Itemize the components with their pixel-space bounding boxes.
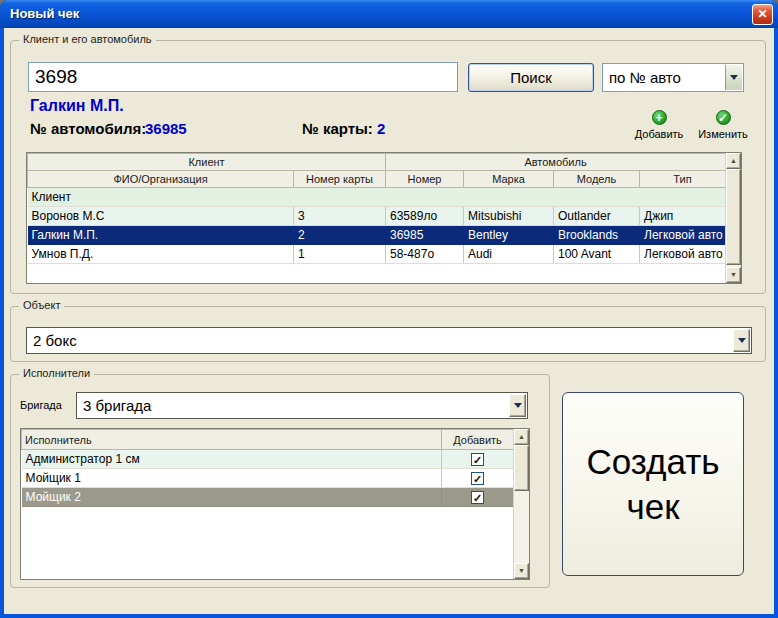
scroll-down-button[interactable]: ▼ (514, 563, 529, 579)
title-bar[interactable]: Новый чек ✕ (0, 0, 778, 28)
chevron-down-icon (738, 338, 746, 343)
check-icon: ✓ (473, 473, 482, 485)
cell-number: 63589ло (386, 207, 464, 226)
column-header-add: Добавить (442, 430, 514, 450)
cell-fio: Воронов М.С (28, 207, 294, 226)
search-button[interactable]: Поиск (468, 63, 594, 92)
grid-group-row[interactable]: Клиент (28, 188, 726, 207)
cell-executor-name: Мойщик 2 (22, 488, 442, 507)
object-dropdown-button[interactable] (733, 329, 750, 352)
executor-checkbox[interactable]: ✓ (471, 491, 484, 504)
object-combobox[interactable]: 2 бокс (26, 327, 752, 354)
cell-card: 1 (294, 245, 386, 264)
close-button[interactable]: ✕ (752, 4, 773, 25)
edit-icon: ✓ (716, 110, 731, 125)
cell-model: Brooklands (554, 226, 640, 245)
table-row-selected[interactable]: Галкин М.П. 2 36985 Bentley Brooklands Л… (28, 226, 726, 245)
scroll-up-button[interactable]: ▲ (726, 153, 741, 169)
cell-brand: Mitsubishi (464, 207, 554, 226)
car-number-label: № автомобиля: (30, 120, 146, 137)
clients-grid: Клиент Автомобиль ФИО/Организация Номер … (26, 152, 742, 284)
card-number-value: 2 (377, 120, 385, 137)
found-client-name: Галкин М.П. (30, 97, 124, 115)
executors-group-title: Исполнители (19, 367, 94, 379)
list-item[interactable]: Администратор 1 см ✓ (22, 450, 514, 469)
search-input[interactable] (28, 62, 458, 92)
arrow-up-icon: ▲ (518, 433, 525, 440)
group-row-label: Клиент (28, 188, 726, 207)
add-icon: + (652, 110, 667, 125)
car-number-value: 36985 (145, 120, 187, 137)
column-header-executor: Исполнитель (22, 430, 442, 450)
cell-model: 100 Avant (554, 245, 640, 264)
column-header-model: Модель (554, 171, 640, 188)
check-icon: ✓ (473, 492, 482, 504)
list-item[interactable]: Мойщик 1 ✓ (22, 469, 514, 488)
brigade-label: Бригада (20, 399, 62, 411)
executors-header-row: Исполнитель Добавить (22, 430, 514, 450)
column-header-type: Тип (640, 171, 726, 188)
search-mode-combobox[interactable]: по № авто (602, 63, 744, 92)
column-header-brand: Марка (464, 171, 554, 188)
add-client-button[interactable]: + Добавить (628, 108, 690, 140)
cell-type: Легковой авто (640, 226, 726, 245)
dialog-window: Новый чек ✕ Клиент и его автомобиль Поис… (0, 0, 778, 618)
cell-brand: Bentley (464, 226, 554, 245)
cell-executor-name: Администратор 1 см (22, 450, 442, 469)
cell-add: ✓ (442, 469, 514, 488)
cell-add: ✓ (442, 488, 514, 507)
edit-client-button[interactable]: ✓ Изменить (692, 108, 754, 140)
card-number-label: № карты: (302, 120, 373, 137)
window-title: Новый чек (10, 6, 79, 21)
list-item-selected[interactable]: Мойщик 2 ✓ (22, 488, 514, 507)
vertical-scrollbar[interactable]: ▲ ▼ (725, 153, 741, 283)
cell-brand: Audi (464, 245, 554, 264)
executors-grid: Исполнитель Добавить Администратор 1 см … (20, 428, 530, 580)
executor-checkbox[interactable]: ✓ (471, 453, 484, 466)
object-value: 2 бокс (33, 328, 729, 353)
search-mode-value: по № авто (609, 64, 721, 91)
scrollbar-thumb[interactable] (726, 169, 741, 265)
brigade-combobox[interactable]: 3 бригада (76, 392, 528, 419)
chevron-down-icon (730, 75, 738, 80)
arrow-down-icon: ▼ (730, 271, 737, 278)
column-header-fio: ФИО/Организация (28, 171, 294, 188)
arrow-down-icon: ▼ (518, 567, 525, 574)
cell-card: 3 (294, 207, 386, 226)
add-label: Добавить (628, 128, 690, 140)
create-receipt-button[interactable]: Создать чек (562, 392, 744, 576)
brigade-dropdown-button[interactable] (509, 394, 526, 417)
group-header-car: Автомобиль (386, 154, 726, 171)
grid-column-header-row: ФИО/Организация Номер карты Номер Марка … (28, 171, 726, 188)
column-header-number: Номер (386, 171, 464, 188)
cell-model: Outlander (554, 207, 640, 226)
column-header-card: Номер карты (294, 171, 386, 188)
cell-card: 2 (294, 226, 386, 245)
cell-fio: Умнов П.Д. (28, 245, 294, 264)
chevron-down-icon (514, 403, 522, 408)
cell-executor-name: Мойщик 1 (22, 469, 442, 488)
check-icon: ✓ (473, 454, 482, 466)
close-icon: ✕ (757, 7, 767, 21)
grid-group-header-row: Клиент Автомобиль (28, 154, 726, 171)
cell-type: Легковой авто (640, 245, 726, 264)
cell-fio: Галкин М.П. (28, 226, 294, 245)
arrow-up-icon: ▲ (730, 157, 737, 164)
cell-type: Джип (640, 207, 726, 226)
executor-checkbox[interactable]: ✓ (471, 472, 484, 485)
object-group-title: Объект (19, 299, 64, 311)
table-row[interactable]: Воронов М.С 3 63589ло Mitsubishi Outland… (28, 207, 726, 226)
scroll-down-button[interactable]: ▼ (726, 267, 741, 283)
scrollbar-thumb[interactable] (514, 445, 529, 491)
vertical-scrollbar[interactable]: ▲ ▼ (513, 429, 529, 579)
search-mode-dropdown-button[interactable] (725, 65, 742, 90)
group-header-client: Клиент (28, 154, 386, 171)
scroll-up-button[interactable]: ▲ (514, 429, 529, 445)
client-group-title: Клиент и его автомобиль (19, 33, 156, 45)
brigade-value: 3 бригада (83, 393, 505, 418)
cell-number: 36985 (386, 226, 464, 245)
table-row[interactable]: Умнов П.Д. 1 58-487о Audi 100 Avant Легк… (28, 245, 726, 264)
cell-add: ✓ (442, 450, 514, 469)
edit-label: Изменить (692, 128, 754, 140)
cell-number: 58-487о (386, 245, 464, 264)
